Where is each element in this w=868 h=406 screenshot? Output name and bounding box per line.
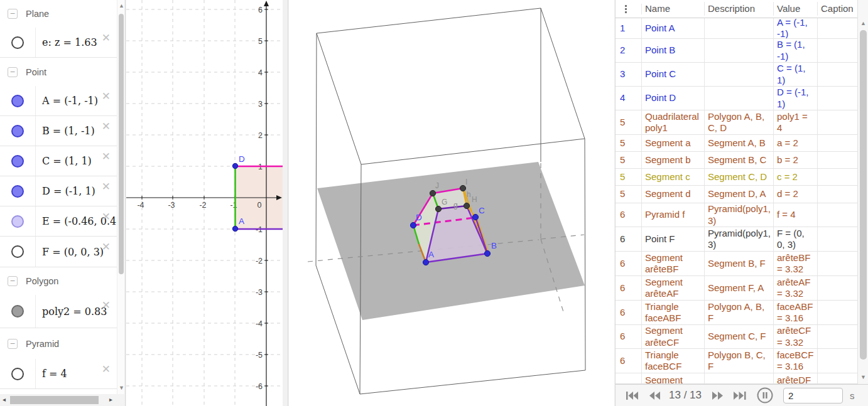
algebra-item-E[interactable]: E = (-0.46, 0.46, 1. ✕: [0, 206, 117, 237]
y-tick: 4: [258, 68, 263, 77]
point-A[interactable]: [232, 226, 237, 231]
label-G: G: [442, 198, 447, 206]
collapse-icon[interactable]: –: [8, 67, 18, 77]
section-point: – Point: [0, 58, 117, 86]
kebab-menu-icon[interactable]: [625, 5, 638, 13]
graphics-2d-canvas[interactable]: -4 -3 -2 -1 0 6 5 4 3 2 1 -1 -2 -3 -4 -5…: [126, 0, 283, 406]
table-row-partial[interactable]: Segment arêteDF: [616, 373, 857, 384]
point-G-3d[interactable]: [435, 206, 441, 211]
y-tick: -2: [256, 257, 263, 265]
y-tick: 6: [258, 6, 263, 14]
section-pyramid: – Pyramid: [0, 328, 117, 359]
table-row[interactable]: 6 Point F Pyramid(poly1, 3) F = (0, 0, 3…: [616, 227, 857, 252]
point-A-3d[interactable]: [423, 259, 428, 265]
visibility-toggle[interactable]: [11, 155, 24, 168]
point-H-3d[interactable]: [464, 203, 469, 208]
scroll-down-icon[interactable]: ▼: [119, 385, 124, 391]
point-C-3d[interactable]: [472, 214, 478, 220]
close-icon[interactable]: ✕: [102, 31, 111, 45]
pause-button[interactable]: [757, 387, 773, 403]
algebra-item-f[interactable]: f = 4 ✕: [0, 359, 117, 389]
visibility-toggle[interactable]: [11, 125, 24, 137]
scroll-left-icon[interactable]: ◂: [3, 396, 6, 403]
table-row[interactable]: 6 Segment arêteCF Segment C, F arêteCF =…: [616, 325, 857, 349]
table-row[interactable]: 5 Segment d Segment D, A d = 2: [616, 186, 857, 203]
table-row[interactable]: 4 Point D D = (-1, 1): [616, 87, 857, 110]
algebra-vertical-scrollbar[interactable]: ▲ ▼: [117, 0, 124, 394]
graphics-3d-view[interactable]: A B C D G g h H I J: [289, 0, 614, 406]
collapse-icon[interactable]: –: [8, 339, 18, 349]
table-row[interactable]: 6 Triangle faceABF Polygon A, B, F faceA…: [616, 301, 857, 325]
label-A: A: [428, 250, 434, 259]
table-row[interactable]: 1 Point A A = (-1, -1): [616, 18, 857, 39]
table-row[interactable]: 2 Point B B = (1, -1): [616, 39, 857, 63]
point-J-3d[interactable]: [430, 190, 435, 196]
algebra-item-poly2[interactable]: poly2 = 0.83 ✕: [0, 295, 117, 328]
construction-protocol: Name Description Value Caption 1 Point A…: [616, 0, 857, 384]
visibility-toggle[interactable]: [11, 245, 24, 258]
section-label: Polygon: [26, 276, 58, 286]
table-menu[interactable]: [616, 4, 642, 14]
skip-to-start-button[interactable]: [626, 392, 639, 400]
scrollbar-thumb[interactable]: [119, 14, 124, 274]
graphics-2d-view[interactable]: -4 -3 -2 -1 0 6 5 4 3 2 1 -1 -2 -3 -4 -5…: [126, 0, 283, 406]
scroll-up-icon[interactable]: ▲: [119, 3, 124, 9]
collapse-icon[interactable]: –: [8, 9, 18, 19]
table-vertical-scrollbar[interactable]: ▲ ▼: [857, 0, 868, 384]
algebra-item-e[interactable]: e: z = 1.63 ✕: [0, 28, 117, 58]
skip-to-end-button[interactable]: [734, 392, 746, 400]
close-icon[interactable]: ✕: [102, 210, 111, 223]
visibility-toggle[interactable]: [11, 215, 24, 228]
point-B-3d[interactable]: [484, 250, 490, 256]
algebra-item-B[interactable]: B = (1, -1) ✕: [0, 116, 117, 146]
close-icon[interactable]: ✕: [102, 150, 111, 163]
graphics-3d-canvas[interactable]: A B C D G g h H I J: [289, 0, 614, 406]
algebra-item-A[interactable]: A = (-1, -1) ✕: [0, 86, 117, 116]
panel-divider[interactable]: [125, 0, 126, 406]
column-header-value[interactable]: Value: [774, 2, 818, 16]
algebra-horizontal-scrollbar[interactable]: ◂ ▸: [0, 394, 125, 406]
visibility-toggle[interactable]: [11, 185, 24, 198]
table-row[interactable]: 6 Segment arêteAF Segment F, A arêteAF =…: [616, 276, 857, 301]
column-header-description[interactable]: Description: [705, 2, 774, 16]
collapse-icon[interactable]: –: [8, 276, 18, 286]
close-icon[interactable]: ✕: [102, 180, 111, 193]
section-plane: – Plane: [0, 0, 117, 28]
x-tick: -3: [168, 201, 175, 210]
scroll-up-icon[interactable]: ▲: [860, 20, 866, 26]
table-row[interactable]: 3 Point C C = (1, 1): [616, 63, 857, 87]
step-back-button[interactable]: [649, 392, 660, 400]
algebra-panel: – Plane e: z = 1.63 ✕ – Point A = (-1, -…: [0, 0, 117, 394]
column-header-caption[interactable]: Caption: [818, 2, 857, 16]
close-icon[interactable]: ✕: [102, 299, 111, 312]
table-row[interactable]: 6 Segment arêteBF Segment B, F arêteBF =…: [616, 252, 857, 276]
scrollbar-thumb[interactable]: [10, 396, 99, 404]
step-forward-button[interactable]: [712, 392, 723, 400]
scroll-down-icon[interactable]: ▼: [860, 374, 866, 380]
close-icon[interactable]: ✕: [102, 363, 111, 376]
table-row[interactable]: 5 Quadrilateral poly1 Polygon A, B, C, D…: [616, 110, 857, 135]
visibility-toggle[interactable]: [11, 36, 24, 49]
visibility-toggle[interactable]: [11, 368, 24, 380]
visibility-toggle[interactable]: [11, 95, 24, 107]
panel-divider[interactable]: [288, 0, 288, 406]
table-row[interactable]: 6 Triangle faceBCF Polygon B, C, F faceB…: [616, 349, 857, 373]
scrollbar-thumb[interactable]: [860, 30, 867, 360]
algebra-item-F[interactable]: F = (0, 0, 3) ✕: [0, 237, 117, 267]
column-header-name[interactable]: Name: [642, 2, 705, 16]
algebra-item-C[interactable]: C = (1, 1) ✕: [0, 146, 117, 176]
close-icon[interactable]: ✕: [102, 120, 111, 133]
point-D-3d[interactable]: [410, 222, 416, 228]
table-row[interactable]: 6 Pyramid f Pyramid(poly1, 3) f = 4: [616, 203, 857, 227]
table-row[interactable]: 5 Segment c Segment C, D c = 2: [616, 169, 857, 186]
x-tick: -2: [199, 201, 206, 210]
close-icon[interactable]: ✕: [102, 240, 111, 254]
visibility-toggle[interactable]: [11, 305, 24, 318]
scroll-right-icon[interactable]: ▸: [109, 396, 112, 403]
table-row[interactable]: 5 Segment a Segment A, B a = 2: [616, 135, 857, 152]
table-row[interactable]: 5 Segment b Segment B, C b = 2: [616, 152, 857, 169]
algebra-item-D[interactable]: D = (-1, 1) ✕: [0, 176, 117, 206]
point-D[interactable]: [232, 163, 237, 168]
close-icon[interactable]: ✕: [102, 90, 111, 103]
playback-speed-input[interactable]: [783, 388, 843, 403]
